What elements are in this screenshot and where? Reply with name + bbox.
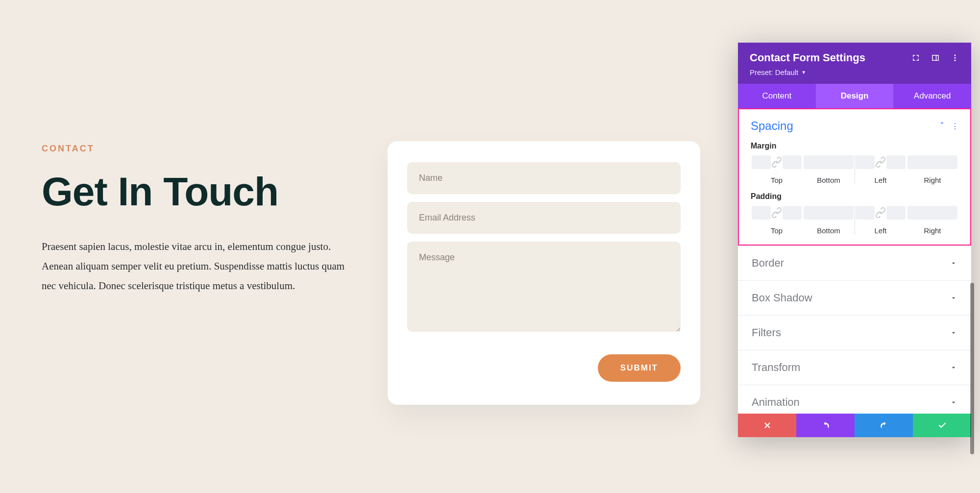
margin-bottom-caption: Bottom (804, 176, 854, 184)
padding-left-input[interactable] (856, 206, 875, 220)
padding-right-input[interactable] (907, 206, 957, 220)
section-filters[interactable]: Filters (738, 315, 971, 350)
redo-button[interactable] (855, 414, 913, 437)
tab-design[interactable]: Design (816, 84, 894, 108)
padding-label: Padding (751, 192, 958, 201)
preset-dropdown[interactable]: Preset: Default ▼ (750, 68, 806, 76)
chevron-down-icon (950, 329, 957, 337)
link-icon[interactable] (875, 207, 886, 219)
chevron-down-icon (950, 364, 957, 371)
panel-scrollbar[interactable] (970, 283, 974, 454)
padding-top-input[interactable] (752, 206, 771, 220)
svg-point-0 (955, 54, 956, 56)
margin-right-caption: Right (907, 176, 957, 184)
intro-block: CONTACT Get In Touch Praesent sapien lac… (42, 144, 365, 296)
section-more-icon[interactable]: ⋮ (951, 122, 958, 131)
padding-left-caption: Left (856, 226, 906, 235)
chevron-down-icon (950, 294, 957, 302)
margin-right-input[interactable] (907, 155, 957, 169)
panel-title: Contact Form Settings (750, 51, 865, 64)
padding-bottom-caption: Bottom (804, 226, 854, 235)
eyebrow-label: CONTACT (42, 144, 365, 154)
name-input[interactable] (407, 162, 681, 194)
svg-point-2 (955, 60, 956, 61)
close-icon (763, 421, 772, 430)
margin-top-caption: Top (752, 176, 802, 184)
section-box-shadow-label: Box Shadow (752, 292, 812, 304)
margin-bottom-input[interactable] (804, 155, 854, 169)
padding-top-caption: Top (752, 226, 802, 235)
section-animation-label: Animation (752, 396, 800, 409)
chevron-down-icon (950, 398, 957, 406)
redo-icon (880, 421, 888, 430)
undo-icon (821, 421, 830, 430)
section-transform[interactable]: Transform (738, 350, 971, 385)
section-animation[interactable]: Animation (738, 385, 971, 414)
panel-header: Contact Form Settings Preset: Default ▼ (738, 43, 971, 84)
padding-right-caption: Right (907, 226, 957, 235)
message-input[interactable] (407, 242, 681, 332)
section-spacing: Spacing ˄ ⋮ Margin Top (738, 108, 971, 246)
margin-label: Margin (751, 142, 958, 150)
padding-group: Padding Top Bottom (751, 192, 958, 235)
caret-down-icon: ▼ (801, 70, 806, 75)
undo-button[interactable] (796, 414, 855, 437)
section-transform-label: Transform (752, 361, 800, 374)
margin-left-caption: Left (856, 176, 906, 184)
collapse-icon[interactable]: ˄ (940, 121, 944, 131)
settings-panel: Contact Form Settings Preset: Default ▼ … (738, 43, 971, 437)
dock-icon[interactable] (931, 53, 940, 62)
contact-form-card: SUBMIT (388, 141, 700, 405)
intro-body: Praesent sapien lacus, molestie vitae ar… (42, 237, 355, 296)
margin-left-input[interactable] (856, 155, 875, 169)
submit-button[interactable]: SUBMIT (598, 354, 681, 382)
action-bar (738, 414, 971, 437)
tab-content[interactable]: Content (738, 84, 816, 108)
page-title: Get In Touch (42, 169, 365, 215)
expand-icon[interactable] (911, 53, 920, 62)
section-border[interactable]: Border (738, 246, 971, 280)
link-icon[interactable] (771, 156, 783, 168)
chevron-down-icon (950, 259, 957, 267)
cancel-button[interactable] (738, 414, 796, 437)
section-spacing-title[interactable]: Spacing (751, 119, 793, 133)
margin-left-unit[interactable] (886, 155, 906, 169)
email-input[interactable] (407, 202, 681, 234)
margin-group: Margin Top Bottom (751, 142, 958, 184)
padding-bottom-input[interactable] (804, 206, 854, 220)
padding-top-unit[interactable] (783, 206, 802, 220)
section-box-shadow[interactable]: Box Shadow (738, 280, 971, 315)
link-icon[interactable] (771, 207, 783, 219)
padding-left-unit[interactable] (886, 206, 906, 220)
svg-point-1 (955, 57, 956, 59)
section-filters-label: Filters (752, 326, 781, 339)
more-icon[interactable] (951, 53, 959, 62)
settings-tabs: Content Design Advanced (738, 84, 971, 108)
margin-top-input[interactable] (752, 155, 771, 169)
save-button[interactable] (913, 414, 971, 437)
tab-advanced[interactable]: Advanced (893, 84, 971, 108)
link-icon[interactable] (875, 156, 886, 168)
margin-top-unit[interactable] (783, 155, 802, 169)
check-icon (938, 421, 947, 430)
section-border-label: Border (752, 257, 784, 270)
preset-label: Preset: Default (750, 68, 798, 76)
